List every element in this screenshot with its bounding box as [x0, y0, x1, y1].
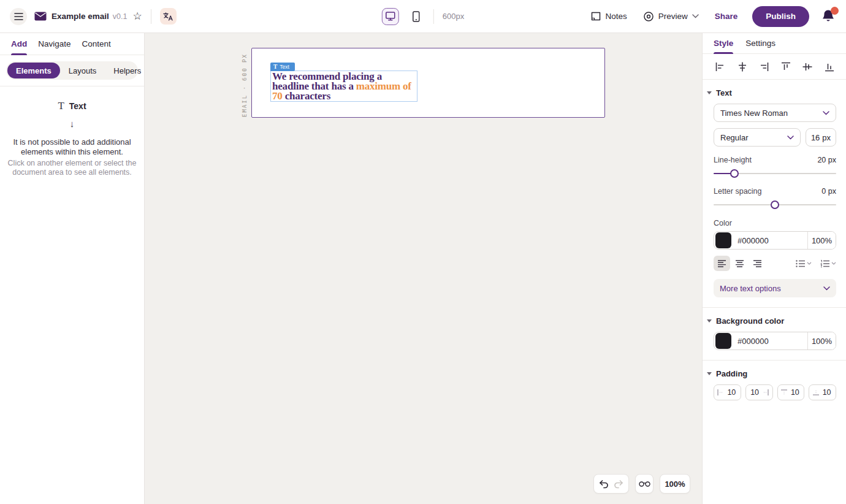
notification-dot [831, 7, 839, 15]
background-section-title: Background color [716, 316, 784, 326]
slider-handle[interactable] [771, 200, 779, 209]
padding-left-input[interactable] [714, 384, 741, 400]
text-align-center-button[interactable] [731, 256, 748, 271]
color-swatch[interactable] [715, 232, 731, 248]
align-center-vertical-icon[interactable] [802, 61, 813, 72]
undo-icon[interactable] [598, 479, 609, 489]
letter-spacing-label: Letter spacing [714, 187, 762, 196]
topbar-left: Example email v0.1 ☆ [10, 8, 177, 25]
divider [703, 360, 846, 361]
collapse-caret-icon[interactable] [707, 372, 712, 375]
favorite-star-icon[interactable]: ☆ [132, 10, 142, 23]
tab-content[interactable]: Content [82, 33, 111, 55]
text-element-icon: T [58, 100, 64, 112]
padding-left-value[interactable] [726, 388, 737, 397]
segment-elements[interactable]: Elements [7, 63, 60, 78]
tab-navigate[interactable]: Navigate [38, 33, 70, 55]
letter-spacing-row: Letter spacing 0 px [714, 187, 836, 196]
desktop-view-button[interactable] [382, 8, 399, 25]
font-family-select[interactable]: Times New Roman [714, 104, 836, 122]
color-hex-input[interactable] [733, 236, 807, 245]
padding-section-header: Padding [714, 369, 836, 378]
publish-button[interactable]: Publish [752, 6, 809, 27]
text-tag-icon: T [273, 64, 277, 70]
translate-button[interactable] [160, 8, 177, 25]
zoom-level-button[interactable]: 100% [660, 474, 690, 494]
more-text-options-button[interactable]: More text options [714, 279, 836, 297]
collapse-caret-icon[interactable] [707, 91, 712, 94]
padding-bottom-input[interactable] [809, 384, 836, 400]
element-tag-label: Text [280, 64, 289, 70]
slider-handle[interactable] [730, 169, 739, 178]
letter-spacing-slider[interactable] [714, 200, 836, 209]
tab-add[interactable]: Add [11, 33, 27, 55]
notes-label: Notes [605, 12, 627, 21]
collapse-caret-icon[interactable] [707, 319, 712, 323]
mobile-view-button[interactable] [408, 8, 425, 25]
ordered-list-button[interactable] [820, 260, 836, 267]
padding-bottom-value[interactable] [821, 388, 833, 397]
menu-button[interactable] [10, 8, 27, 25]
padding-top-input[interactable] [777, 384, 805, 400]
tab-settings[interactable]: Settings [745, 33, 776, 54]
background-hex-input[interactable] [733, 337, 807, 346]
canvas-controls: 100% [593, 474, 690, 494]
align-bottom-icon[interactable] [824, 61, 835, 72]
text-section-title: Text [716, 88, 732, 97]
glasses-icon [639, 481, 650, 487]
padding-top-value[interactable] [790, 388, 801, 397]
preview-glasses-button[interactable] [635, 474, 654, 494]
redo-icon[interactable] [614, 479, 624, 489]
font-size-input[interactable]: 16 px [806, 128, 836, 147]
topbar-right: Notes Preview Share Publish [591, 6, 836, 27]
align-center-horizontal-icon[interactable] [737, 61, 748, 72]
color-swatch[interactable] [715, 333, 731, 349]
align-left-icon[interactable] [715, 61, 726, 72]
padding-section-title: Padding [716, 369, 747, 378]
selected-text-element[interactable]: T Text We recommend placing a headline t… [270, 71, 417, 102]
font-family-value: Times New Roman [720, 109, 823, 118]
align-right-icon[interactable] [758, 61, 769, 72]
notes-button[interactable]: Notes [591, 12, 627, 21]
divider [0, 86, 144, 86]
headline-text[interactable]: We recommend placing a headline that has… [272, 72, 416, 101]
canvas[interactable]: EMAIL · 600 PX T Text We recommend placi… [145, 33, 702, 504]
selected-element-label: Text [69, 101, 86, 111]
padding-right-value[interactable] [749, 388, 760, 397]
bullet-list-button[interactable] [796, 260, 812, 267]
text-align-left-button[interactable] [714, 256, 730, 271]
left-panel-tabs: Add Navigate Content [0, 33, 144, 55]
font-weight-size-row: Regular 16 px [714, 122, 836, 147]
background-opacity-input[interactable] [807, 332, 836, 349]
background-color-control [714, 332, 836, 350]
segment-helpers[interactable]: Helpers [105, 63, 150, 78]
tab-style[interactable]: Style [714, 33, 733, 54]
divider [433, 9, 434, 24]
padding-right-input[interactable] [745, 384, 773, 400]
alignment-toolbar [703, 54, 846, 80]
email-document[interactable]: EMAIL · 600 PX T Text We recommend placi… [251, 48, 605, 118]
right-panel-tabs: Style Settings [703, 33, 846, 54]
font-size-value: 16 [811, 133, 820, 142]
share-button[interactable]: Share [715, 12, 738, 21]
notes-icon [591, 12, 601, 21]
padding-top-icon [781, 389, 787, 395]
headline-part2: characters [283, 90, 331, 102]
element-selection-tag[interactable]: T Text [270, 63, 295, 71]
font-weight-select[interactable]: Regular [714, 128, 801, 147]
email-icon [34, 12, 47, 21]
align-top-icon[interactable] [780, 61, 791, 72]
element-category-segments: Elements Layouts Helpers [6, 61, 138, 80]
text-align-row [714, 256, 836, 271]
topbar: Example email v0.1 ☆ 600px [0, 0, 846, 33]
font-size-unit: px [822, 133, 831, 142]
text-section: Text Times New Roman Regular 16 px [703, 88, 846, 297]
line-height-slider[interactable] [714, 169, 836, 178]
segment-layouts[interactable]: Layouts [60, 63, 105, 78]
line-height-value: 20 px [817, 156, 836, 164]
restriction-hint: Click on another element or select the d… [7, 159, 137, 178]
text-align-right-button[interactable] [749, 256, 766, 271]
preview-button[interactable]: Preview [643, 11, 699, 22]
color-opacity-input[interactable] [807, 232, 836, 249]
notifications-button[interactable] [820, 9, 836, 25]
